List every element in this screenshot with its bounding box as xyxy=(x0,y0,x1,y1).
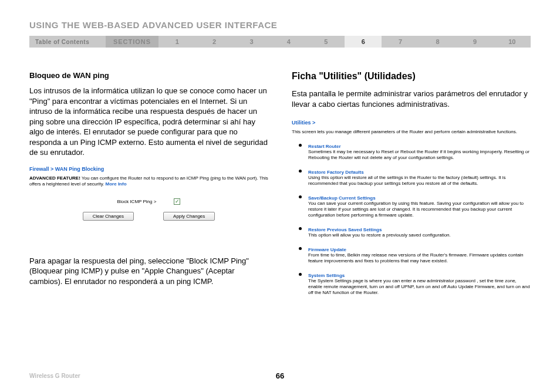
apply-changes-button[interactable]: Apply Changes xyxy=(163,212,215,221)
firewall-breadcrumb[interactable]: Firewall > WAN Ping Blocking xyxy=(29,166,268,172)
utilities-breadcrumb[interactable]: Utilities > xyxy=(292,120,531,126)
page-number: 66 xyxy=(276,371,284,380)
utilities-intro: This screen lets you manage different pa… xyxy=(292,129,531,135)
list-item: Restart Router Sometimes it may be neces… xyxy=(308,140,531,161)
sections-list: 1 2 3 4 5 6 7 8 9 10 xyxy=(158,36,531,48)
section-2[interactable]: 2 xyxy=(195,38,232,45)
footer: Wireless G Router 66 xyxy=(29,373,531,379)
restart-router-desc: Sometimes it may be necessary to Reset o… xyxy=(308,149,531,161)
section-3[interactable]: 3 xyxy=(233,38,270,45)
left-para-2: Para apagar la respuesta del ping, selec… xyxy=(29,256,268,287)
restore-previous-link[interactable]: Restore Previous Saved Settings xyxy=(308,227,531,232)
left-column: Bloqueo de WAN ping Los intrusos de la i… xyxy=(29,71,268,300)
restore-defaults-link[interactable]: Restore Factory Defaults xyxy=(308,170,531,175)
save-backup-link[interactable]: Save/Backup Current Settings xyxy=(308,195,531,201)
page-title: USING THE WEB-BASED ADVANCED USER INTERF… xyxy=(29,20,531,30)
system-settings-desc: The System Settings page is where you ca… xyxy=(308,278,531,296)
block-icmp-label: Block ICMP Ping > xyxy=(117,199,157,204)
list-item: Restore Previous Saved Settings This opt… xyxy=(308,223,531,238)
right-para-1: Esta pantalla le permite administrar var… xyxy=(292,89,531,109)
toc-link[interactable]: Table of Contents xyxy=(29,39,106,45)
advanced-feature-bold: ADVANCED FEATURE! xyxy=(29,175,80,181)
section-6[interactable]: 6 xyxy=(345,36,382,48)
firmware-update-link[interactable]: Firmware Update xyxy=(308,247,531,252)
sections-label: SECTIONS xyxy=(106,36,158,48)
right-heading: Ficha "Utilities" (Utilidades) xyxy=(292,71,531,82)
section-4[interactable]: 4 xyxy=(270,38,307,45)
restore-previous-desc: This option will allow you to restore a … xyxy=(308,232,531,238)
left-heading: Bloqueo de WAN ping xyxy=(29,71,268,80)
list-item: Restore Factory Defaults Using this opti… xyxy=(308,165,531,187)
footer-product-name: Wireless G Router xyxy=(29,373,80,379)
section-8[interactable]: 8 xyxy=(419,38,456,45)
clear-changes-button[interactable]: Clear Changes xyxy=(83,212,134,221)
list-item: Save/Backup Current Settings You can sav… xyxy=(308,191,531,218)
more-info-link[interactable]: More Info xyxy=(106,181,127,187)
list-item: System Settings The System Settings page… xyxy=(308,269,531,296)
section-7[interactable]: 7 xyxy=(382,38,419,45)
system-settings-link[interactable]: System Settings xyxy=(308,273,531,278)
restore-defaults-desc: Using this option will restore all of th… xyxy=(308,175,531,187)
save-backup-desc: You can save your current configuration … xyxy=(308,201,531,218)
block-icmp-row: Block ICMP Ping > ✓ xyxy=(29,198,268,205)
left-para-1: Los intrusos de la informática utilizan … xyxy=(29,86,268,158)
section-5[interactable]: 5 xyxy=(308,38,345,45)
block-icmp-checkbox[interactable]: ✓ xyxy=(174,198,180,205)
firmware-update-desc: From time to time, Belkin may release ne… xyxy=(308,252,531,264)
utilities-list: Restart Router Sometimes it may be neces… xyxy=(292,140,531,296)
button-row: Clear Changes Apply Changes xyxy=(29,212,268,221)
section-10[interactable]: 10 xyxy=(494,38,531,45)
section-navbar: Table of Contents SECTIONS 1 2 3 4 5 6 7… xyxy=(29,36,531,48)
right-column: Ficha "Utilities" (Utilidades) Esta pant… xyxy=(292,71,531,300)
section-1[interactable]: 1 xyxy=(158,38,195,45)
list-item: Firmware Update From time to time, Belki… xyxy=(308,243,531,264)
section-9[interactable]: 9 xyxy=(456,38,493,45)
restart-router-link[interactable]: Restart Router xyxy=(308,144,531,149)
advanced-feature-note: ADVANCED FEATURE! You can configure the … xyxy=(29,175,268,188)
